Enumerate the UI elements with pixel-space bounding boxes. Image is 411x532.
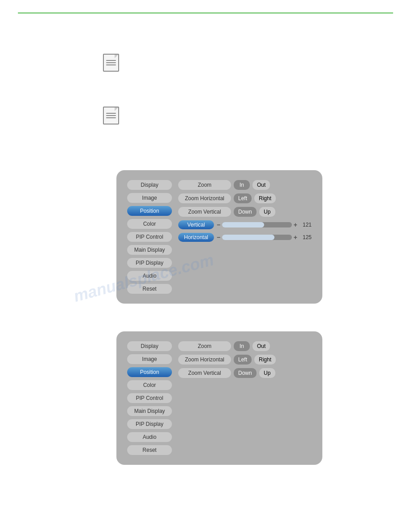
zoom-down-btn-1[interactable]: Down bbox=[234, 207, 257, 217]
osd-right-1: Zoom In Out Zoom Horizontal Left Right Z… bbox=[178, 180, 312, 294]
osd-menu-1: Display Image Position Color PIP Control… bbox=[127, 180, 172, 294]
note-icon-2 bbox=[103, 107, 119, 124]
top-line bbox=[18, 13, 393, 13]
osd-right-2: Zoom In Out Zoom Horizontal Left Right Z… bbox=[178, 341, 312, 455]
horizontal-row-1: Horizontal − + 125 bbox=[178, 233, 312, 242]
menu-image-2[interactable]: Image bbox=[127, 354, 172, 364]
horizontal-plus-1[interactable]: + bbox=[294, 234, 297, 241]
menu-color-2[interactable]: Color bbox=[127, 380, 172, 390]
zoom-label-1: Zoom bbox=[178, 180, 231, 190]
osd-menu-2: Display Image Position Color PIP Control… bbox=[127, 341, 172, 455]
zoom-v-row-1: Zoom Vertical Down Up bbox=[178, 207, 312, 217]
menu-pip-control-2[interactable]: PIP Control bbox=[127, 393, 172, 403]
menu-main-display-1[interactable]: Main Display bbox=[127, 245, 172, 255]
vertical-value-1: 121 bbox=[299, 222, 312, 228]
menu-image-1[interactable]: Image bbox=[127, 193, 172, 203]
menu-position-1[interactable]: Position bbox=[127, 206, 172, 216]
osd-panel-1: Display Image Position Color PIP Control… bbox=[116, 170, 322, 304]
menu-color-1[interactable]: Color bbox=[127, 219, 172, 229]
horizontal-label-1: Horizontal bbox=[178, 233, 214, 242]
zoom-right-btn-2[interactable]: Right bbox=[254, 355, 276, 365]
menu-reset-1[interactable]: Reset bbox=[127, 284, 172, 294]
zoom-v-label-2: Zoom Vertical bbox=[178, 368, 231, 378]
zoom-right-btn-1[interactable]: Right bbox=[254, 193, 276, 203]
menu-display-1[interactable]: Display bbox=[127, 180, 172, 190]
vertical-slider-1[interactable]: − + 121 bbox=[217, 221, 312, 228]
vertical-label-1: Vertical bbox=[178, 220, 214, 229]
zoom-row-2: Zoom In Out bbox=[178, 341, 312, 351]
horizontal-value-1: 125 bbox=[299, 234, 312, 240]
menu-pip-display-1[interactable]: PIP Display bbox=[127, 258, 172, 268]
osd-panel-2: Display Image Position Color PIP Control… bbox=[116, 331, 322, 465]
zoom-v-label-1: Zoom Vertical bbox=[178, 207, 231, 217]
horizontal-track-1[interactable] bbox=[222, 235, 292, 240]
zoom-h-row-2: Zoom Horizontal Left Right bbox=[178, 355, 312, 365]
zoom-left-btn-1[interactable]: Left bbox=[234, 193, 252, 203]
horizontal-slider-1[interactable]: − + 125 bbox=[217, 234, 312, 241]
menu-audio-2[interactable]: Audio bbox=[127, 432, 172, 442]
zoom-h-row-1: Zoom Horizontal Left Right bbox=[178, 193, 312, 203]
menu-pip-control-1[interactable]: PIP Control bbox=[127, 232, 172, 242]
horizontal-minus-1[interactable]: − bbox=[217, 234, 220, 241]
vertical-fill-1 bbox=[222, 222, 264, 227]
zoom-left-btn-2[interactable]: Left bbox=[234, 355, 252, 365]
zoom-row-1: Zoom In Out bbox=[178, 180, 312, 190]
horizontal-fill-1 bbox=[222, 235, 274, 240]
menu-main-display-2[interactable]: Main Display bbox=[127, 406, 172, 416]
vertical-plus-1[interactable]: + bbox=[294, 221, 297, 228]
menu-pip-display-2[interactable]: PIP Display bbox=[127, 419, 172, 429]
menu-display-2[interactable]: Display bbox=[127, 341, 172, 351]
note-icon-1 bbox=[103, 54, 119, 72]
zoom-down-btn-2[interactable]: Down bbox=[234, 368, 257, 378]
zoom-in-btn-2[interactable]: In bbox=[234, 341, 250, 351]
vertical-minus-1[interactable]: − bbox=[217, 221, 220, 228]
menu-audio-1[interactable]: Audio bbox=[127, 271, 172, 281]
zoom-out-btn-1[interactable]: Out bbox=[253, 180, 270, 190]
zoom-up-btn-1[interactable]: Up bbox=[259, 207, 275, 217]
zoom-h-label-1: Zoom Horizontal bbox=[178, 193, 231, 203]
zoom-label-2: Zoom bbox=[178, 341, 231, 351]
zoom-v-row-2: Zoom Vertical Down Up bbox=[178, 368, 312, 378]
vertical-row-1: Vertical − + 121 bbox=[178, 220, 312, 229]
menu-position-2[interactable]: Position bbox=[127, 367, 172, 377]
zoom-h-label-2: Zoom Horizontal bbox=[178, 355, 231, 365]
zoom-in-btn-1[interactable]: In bbox=[234, 180, 250, 190]
zoom-out-btn-2[interactable]: Out bbox=[253, 341, 270, 351]
zoom-up-btn-2[interactable]: Up bbox=[259, 368, 275, 378]
menu-reset-2[interactable]: Reset bbox=[127, 445, 172, 455]
vertical-track-1[interactable] bbox=[222, 222, 292, 227]
